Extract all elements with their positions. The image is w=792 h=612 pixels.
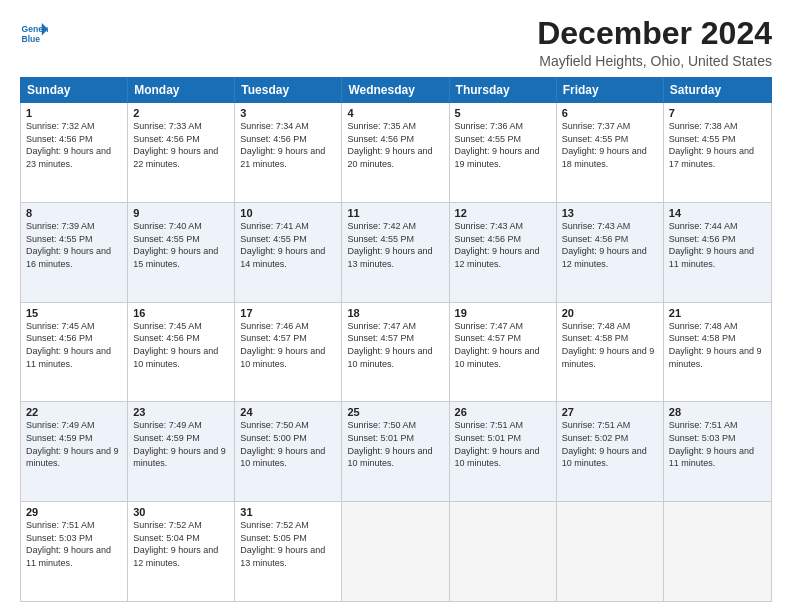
day-cell-6: 6Sunrise: 7:37 AMSunset: 4:55 PMDaylight… — [557, 103, 664, 202]
header-day-sunday: Sunday — [21, 78, 128, 102]
day-cell-29: 29Sunrise: 7:51 AMSunset: 5:03 PMDayligh… — [21, 502, 128, 601]
svg-text:Blue: Blue — [22, 34, 41, 44]
day-number: 8 — [26, 207, 122, 219]
day-number: 10 — [240, 207, 336, 219]
day-number: 5 — [455, 107, 551, 119]
day-cell-14: 14Sunrise: 7:44 AMSunset: 4:56 PMDayligh… — [664, 203, 771, 302]
day-cell-23: 23Sunrise: 7:49 AMSunset: 4:59 PMDayligh… — [128, 402, 235, 501]
empty-cell — [450, 502, 557, 601]
day-number: 26 — [455, 406, 551, 418]
day-cell-30: 30Sunrise: 7:52 AMSunset: 5:04 PMDayligh… — [128, 502, 235, 601]
day-number: 23 — [133, 406, 229, 418]
day-number: 18 — [347, 307, 443, 319]
day-number: 19 — [455, 307, 551, 319]
day-cell-18: 18Sunrise: 7:47 AMSunset: 4:57 PMDayligh… — [342, 303, 449, 402]
day-cell-17: 17Sunrise: 7:46 AMSunset: 4:57 PMDayligh… — [235, 303, 342, 402]
day-number: 22 — [26, 406, 122, 418]
day-number: 2 — [133, 107, 229, 119]
day-details: Sunrise: 7:35 AMSunset: 4:56 PMDaylight:… — [347, 120, 443, 170]
day-number: 21 — [669, 307, 766, 319]
day-details: Sunrise: 7:48 AMSunset: 4:58 PMDaylight:… — [669, 320, 766, 370]
day-cell-25: 25Sunrise: 7:50 AMSunset: 5:01 PMDayligh… — [342, 402, 449, 501]
day-cell-28: 28Sunrise: 7:51 AMSunset: 5:03 PMDayligh… — [664, 402, 771, 501]
logo: General Blue — [20, 20, 48, 48]
day-cell-5: 5Sunrise: 7:36 AMSunset: 4:55 PMDaylight… — [450, 103, 557, 202]
calendar-row-2: 8Sunrise: 7:39 AMSunset: 4:55 PMDaylight… — [21, 203, 771, 303]
day-cell-7: 7Sunrise: 7:38 AMSunset: 4:55 PMDaylight… — [664, 103, 771, 202]
day-cell-2: 2Sunrise: 7:33 AMSunset: 4:56 PMDaylight… — [128, 103, 235, 202]
day-details: Sunrise: 7:51 AMSunset: 5:02 PMDaylight:… — [562, 419, 658, 469]
day-details: Sunrise: 7:52 AMSunset: 5:05 PMDaylight:… — [240, 519, 336, 569]
calendar-row-4: 22Sunrise: 7:49 AMSunset: 4:59 PMDayligh… — [21, 402, 771, 502]
day-details: Sunrise: 7:37 AMSunset: 4:55 PMDaylight:… — [562, 120, 658, 170]
calendar-body: 1Sunrise: 7:32 AMSunset: 4:56 PMDaylight… — [20, 103, 772, 602]
day-cell-20: 20Sunrise: 7:48 AMSunset: 4:58 PMDayligh… — [557, 303, 664, 402]
day-cell-13: 13Sunrise: 7:43 AMSunset: 4:56 PMDayligh… — [557, 203, 664, 302]
header-day-tuesday: Tuesday — [235, 78, 342, 102]
day-details: Sunrise: 7:49 AMSunset: 4:59 PMDaylight:… — [26, 419, 122, 469]
day-cell-27: 27Sunrise: 7:51 AMSunset: 5:02 PMDayligh… — [557, 402, 664, 501]
day-cell-11: 11Sunrise: 7:42 AMSunset: 4:55 PMDayligh… — [342, 203, 449, 302]
day-cell-21: 21Sunrise: 7:48 AMSunset: 4:58 PMDayligh… — [664, 303, 771, 402]
calendar-row-5: 29Sunrise: 7:51 AMSunset: 5:03 PMDayligh… — [21, 502, 771, 601]
day-number: 14 — [669, 207, 766, 219]
day-number: 6 — [562, 107, 658, 119]
day-number: 11 — [347, 207, 443, 219]
day-details: Sunrise: 7:48 AMSunset: 4:58 PMDaylight:… — [562, 320, 658, 370]
day-details: Sunrise: 7:47 AMSunset: 4:57 PMDaylight:… — [347, 320, 443, 370]
day-details: Sunrise: 7:47 AMSunset: 4:57 PMDaylight:… — [455, 320, 551, 370]
day-details: Sunrise: 7:50 AMSunset: 5:01 PMDaylight:… — [347, 419, 443, 469]
day-details: Sunrise: 7:34 AMSunset: 4:56 PMDaylight:… — [240, 120, 336, 170]
logo-icon: General Blue — [20, 20, 48, 48]
location: Mayfield Heights, Ohio, United States — [537, 53, 772, 69]
day-details: Sunrise: 7:42 AMSunset: 4:55 PMDaylight:… — [347, 220, 443, 270]
empty-cell — [557, 502, 664, 601]
day-cell-15: 15Sunrise: 7:45 AMSunset: 4:56 PMDayligh… — [21, 303, 128, 402]
day-cell-9: 9Sunrise: 7:40 AMSunset: 4:55 PMDaylight… — [128, 203, 235, 302]
day-number: 30 — [133, 506, 229, 518]
header-day-friday: Friday — [557, 78, 664, 102]
page-header: General Blue December 2024 Mayfield Heig… — [20, 16, 772, 69]
day-number: 4 — [347, 107, 443, 119]
day-number: 25 — [347, 406, 443, 418]
day-cell-26: 26Sunrise: 7:51 AMSunset: 5:01 PMDayligh… — [450, 402, 557, 501]
day-number: 3 — [240, 107, 336, 119]
day-cell-3: 3Sunrise: 7:34 AMSunset: 4:56 PMDaylight… — [235, 103, 342, 202]
day-number: 15 — [26, 307, 122, 319]
day-details: Sunrise: 7:51 AMSunset: 5:03 PMDaylight:… — [669, 419, 766, 469]
title-section: December 2024 Mayfield Heights, Ohio, Un… — [537, 16, 772, 69]
day-cell-4: 4Sunrise: 7:35 AMSunset: 4:56 PMDaylight… — [342, 103, 449, 202]
day-number: 7 — [669, 107, 766, 119]
empty-cell — [664, 502, 771, 601]
calendar: SundayMondayTuesdayWednesdayThursdayFrid… — [20, 77, 772, 602]
day-details: Sunrise: 7:43 AMSunset: 4:56 PMDaylight:… — [455, 220, 551, 270]
day-number: 17 — [240, 307, 336, 319]
day-cell-24: 24Sunrise: 7:50 AMSunset: 5:00 PMDayligh… — [235, 402, 342, 501]
day-number: 20 — [562, 307, 658, 319]
calendar-row-3: 15Sunrise: 7:45 AMSunset: 4:56 PMDayligh… — [21, 303, 771, 403]
calendar-header: SundayMondayTuesdayWednesdayThursdayFrid… — [20, 77, 772, 103]
day-details: Sunrise: 7:41 AMSunset: 4:55 PMDaylight:… — [240, 220, 336, 270]
day-details: Sunrise: 7:51 AMSunset: 5:01 PMDaylight:… — [455, 419, 551, 469]
day-number: 29 — [26, 506, 122, 518]
day-number: 24 — [240, 406, 336, 418]
day-cell-1: 1Sunrise: 7:32 AMSunset: 4:56 PMDaylight… — [21, 103, 128, 202]
day-cell-8: 8Sunrise: 7:39 AMSunset: 4:55 PMDaylight… — [21, 203, 128, 302]
day-number: 1 — [26, 107, 122, 119]
day-details: Sunrise: 7:39 AMSunset: 4:55 PMDaylight:… — [26, 220, 122, 270]
header-day-saturday: Saturday — [664, 78, 771, 102]
day-details: Sunrise: 7:51 AMSunset: 5:03 PMDaylight:… — [26, 519, 122, 569]
day-details: Sunrise: 7:45 AMSunset: 4:56 PMDaylight:… — [133, 320, 229, 370]
day-details: Sunrise: 7:45 AMSunset: 4:56 PMDaylight:… — [26, 320, 122, 370]
day-cell-31: 31Sunrise: 7:52 AMSunset: 5:05 PMDayligh… — [235, 502, 342, 601]
header-day-thursday: Thursday — [450, 78, 557, 102]
day-number: 31 — [240, 506, 336, 518]
day-details: Sunrise: 7:44 AMSunset: 4:56 PMDaylight:… — [669, 220, 766, 270]
day-details: Sunrise: 7:40 AMSunset: 4:55 PMDaylight:… — [133, 220, 229, 270]
day-details: Sunrise: 7:52 AMSunset: 5:04 PMDaylight:… — [133, 519, 229, 569]
day-number: 27 — [562, 406, 658, 418]
day-cell-19: 19Sunrise: 7:47 AMSunset: 4:57 PMDayligh… — [450, 303, 557, 402]
day-details: Sunrise: 7:50 AMSunset: 5:00 PMDaylight:… — [240, 419, 336, 469]
month-title: December 2024 — [537, 16, 772, 51]
day-details: Sunrise: 7:43 AMSunset: 4:56 PMDaylight:… — [562, 220, 658, 270]
